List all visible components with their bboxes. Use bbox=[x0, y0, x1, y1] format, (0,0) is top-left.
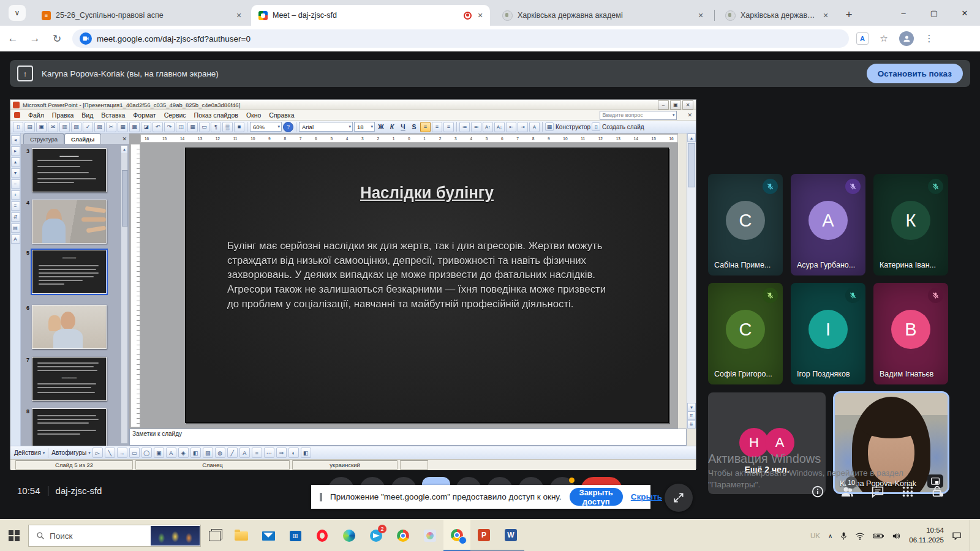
edge-icon[interactable] bbox=[336, 520, 363, 551]
tab-meet-active[interactable]: Meet – daj-zjsc-sfd ✕ bbox=[251, 5, 490, 26]
participant-tile[interactable]: C Софія Григоро... bbox=[708, 283, 783, 384]
shadow-icon[interactable]: ◐ bbox=[288, 448, 299, 458]
textbox-icon[interactable]: ▣ bbox=[154, 448, 164, 458]
task-view-button[interactable] bbox=[201, 520, 228, 551]
people-icon[interactable]: 10 bbox=[840, 484, 856, 500]
stop-access-button[interactable]: Закрыть доступ bbox=[570, 488, 623, 506]
maximize-button[interactable]: ▢ bbox=[919, 0, 949, 26]
slide-thumbnail-5-selected[interactable]: 5 __________ bbox=[21, 250, 119, 294]
font-size-combo[interactable]: 18▾ bbox=[354, 122, 375, 132]
tab-outline[interactable]: Структура bbox=[23, 133, 64, 144]
demote-icon[interactable]: ▸ bbox=[11, 146, 20, 156]
picture-icon[interactable]: ▨ bbox=[203, 448, 213, 458]
tab-search-chevron-icon[interactable]: ∨ bbox=[9, 5, 26, 21]
undo-icon[interactable]: ↶ bbox=[153, 122, 163, 132]
slide-thumbnail-6[interactable]: 6 bbox=[21, 305, 119, 349]
wifi-icon[interactable] bbox=[855, 532, 865, 540]
photos-app-icon[interactable] bbox=[417, 520, 443, 551]
hide-link[interactable]: Скрыть bbox=[631, 492, 662, 501]
menu-window[interactable]: Окно bbox=[246, 111, 261, 119]
font-color-icon[interactable]: A bbox=[529, 122, 540, 132]
scroll-thumb[interactable] bbox=[688, 143, 695, 187]
chrome-icon[interactable] bbox=[390, 520, 417, 551]
show-formatting-icon[interactable]: ¶ bbox=[211, 122, 221, 132]
profile-avatar-icon[interactable] bbox=[899, 31, 914, 46]
tab-presentation-file[interactable]: ≣ 25-26_Суспільно-правові аспе ✕ bbox=[34, 5, 249, 26]
back-button[interactable]: ← bbox=[4, 29, 22, 48]
menu-insert[interactable]: Вставка bbox=[101, 111, 125, 119]
align-center-icon[interactable]: ≡ bbox=[432, 122, 442, 132]
menu-file[interactable]: Файл bbox=[28, 111, 44, 119]
reload-button[interactable]: ↻ bbox=[48, 29, 66, 48]
browser-menu-icon[interactable]: ⋮ bbox=[922, 32, 936, 45]
slide-thumbnail-3[interactable]: 3 ______________ bbox=[21, 148, 119, 192]
close-tab-icon[interactable]: ✕ bbox=[234, 10, 244, 20]
bullets-icon[interactable]: ≕ bbox=[471, 122, 481, 132]
new-slide-button[interactable]: ▯Создать слайд bbox=[592, 122, 644, 131]
indent-icon[interactable]: ⇥ bbox=[518, 122, 528, 132]
mail-icon[interactable]: ✉ bbox=[48, 122, 58, 132]
action-center-icon[interactable] bbox=[952, 531, 962, 540]
summary-slide-icon[interactable]: ▤ bbox=[11, 223, 20, 233]
bold-button[interactable]: Ж bbox=[376, 122, 386, 132]
table-icon[interactable]: ▦ bbox=[187, 122, 198, 132]
shrink-font-icon[interactable]: A↓ bbox=[494, 122, 505, 132]
menubar-close-icon[interactable]: ✕ bbox=[687, 112, 692, 118]
new-tab-button[interactable]: + bbox=[840, 6, 858, 23]
pause-share-icon[interactable] bbox=[320, 493, 322, 501]
menu-view[interactable]: Вид bbox=[81, 111, 93, 119]
camera-permission-icon[interactable] bbox=[80, 32, 92, 45]
close-button[interactable]: ✕ bbox=[949, 0, 980, 26]
chat-icon[interactable] bbox=[870, 484, 886, 500]
opera-icon[interactable] bbox=[309, 520, 336, 551]
shadow-button[interactable]: S bbox=[409, 122, 419, 132]
language-indicator[interactable]: UK bbox=[810, 532, 820, 539]
panel-close-icon[interactable]: ✕ bbox=[122, 136, 127, 142]
underline-button[interactable]: Ч bbox=[398, 122, 408, 132]
microphone-tray-icon[interactable] bbox=[840, 531, 847, 541]
designer-button[interactable]: ▦Конструктор bbox=[545, 122, 590, 131]
line-color-icon[interactable]: ╱ bbox=[227, 448, 238, 458]
arrow-style-icon[interactable]: ⇒ bbox=[276, 448, 287, 458]
taskbar-search[interactable]: Поиск bbox=[28, 525, 201, 547]
ask-question-input[interactable]: Введите вопрос▾ bbox=[600, 111, 677, 120]
color-icon[interactable]: ■ bbox=[234, 122, 244, 132]
move-down-icon[interactable]: ▾ bbox=[11, 168, 20, 178]
next-slide-icon[interactable]: ⇊ bbox=[687, 420, 696, 429]
start-button[interactable] bbox=[0, 520, 28, 551]
insert-icon[interactable]: ▭ bbox=[199, 122, 209, 132]
previous-slide-icon[interactable]: ⇈ bbox=[687, 411, 696, 420]
microsoft-store-icon[interactable]: ⊞ bbox=[282, 520, 309, 551]
slide-thumbnail-8[interactable]: 8 bbox=[21, 408, 119, 446]
line-style-icon[interactable]: ≡ bbox=[252, 448, 262, 458]
scroll-down-icon[interactable]: ▼ bbox=[687, 403, 696, 411]
scroll-thumb[interactable] bbox=[122, 170, 128, 227]
oval-icon[interactable]: ◯ bbox=[141, 448, 152, 458]
slide-thumbnail-4[interactable]: 4 bbox=[21, 200, 119, 244]
move-up-icon[interactable]: ▴ bbox=[11, 157, 20, 167]
paste-icon[interactable]: ▩ bbox=[129, 122, 140, 132]
chrome-active-icon[interactable] bbox=[443, 520, 470, 551]
copy-icon[interactable]: ▦ bbox=[118, 122, 128, 132]
clipart-icon[interactable]: ◧ bbox=[190, 448, 201, 458]
word-taskbar-icon[interactable]: W bbox=[497, 520, 524, 551]
fill-color-icon[interactable]: ◍ bbox=[215, 448, 225, 458]
bookmark-star-icon[interactable]: ☆ bbox=[877, 32, 891, 45]
address-bar[interactable]: meet.google.com/daj-zjsc-sfd?authuser=0 bbox=[72, 29, 849, 48]
font-color2-icon[interactable]: A bbox=[239, 448, 250, 458]
menu-slideshow[interactable]: Показ слайдов bbox=[194, 111, 238, 119]
line-icon[interactable]: ╲ bbox=[105, 448, 115, 458]
scroll-up-icon[interactable]: ▲ bbox=[687, 133, 696, 142]
select-arrow-icon[interactable]: ▻ bbox=[92, 448, 103, 458]
collapse-icon[interactable]: − bbox=[11, 179, 20, 189]
ppt-close-button[interactable]: ✕ bbox=[682, 100, 693, 110]
search-highlight-image[interactable] bbox=[151, 526, 200, 545]
dash-style-icon[interactable]: ⋯ bbox=[264, 448, 274, 458]
minimize-button[interactable]: – bbox=[888, 0, 919, 26]
forward-button[interactable]: → bbox=[26, 29, 44, 48]
current-slide[interactable]: Наслідки булінгу Булінг має серйозні нас… bbox=[185, 148, 669, 423]
collapse-all-icon[interactable]: ≡ bbox=[11, 201, 20, 211]
notes-pane[interactable]: Заметки к слайду bbox=[129, 429, 687, 446]
panel-scrollbar[interactable]: ▲ bbox=[121, 145, 128, 444]
align-left-icon[interactable]: ≡ bbox=[420, 122, 431, 132]
